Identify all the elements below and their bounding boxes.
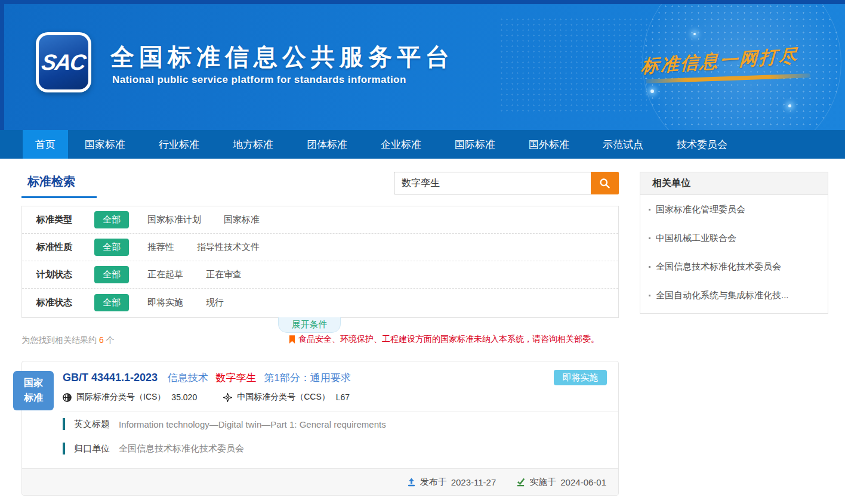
nav-item-local-standards[interactable]: 地方标准 <box>216 130 290 159</box>
implemented-date: 2024-06-01 <box>560 477 606 487</box>
sidebar-item-label: 国家标准化管理委员会 <box>656 204 745 215</box>
teal-bar <box>63 443 65 454</box>
search-button[interactable] <box>591 172 619 194</box>
bookmark-icon <box>289 335 295 344</box>
banner-left-edge <box>0 0 4 130</box>
nav-item-enterprise-standards[interactable]: 企业标准 <box>364 130 438 159</box>
search-icon <box>599 177 611 190</box>
expand-conditions-button[interactable]: 展开条件 <box>278 317 341 333</box>
filter-row-plan-status: 计划状态 全部 正在起草 正在审查 <box>22 261 618 289</box>
filter-row-standard-status: 标准状态 全部 即将实施 现行 <box>22 289 618 316</box>
card-footer: 发布于 2023-11-27 实施于 2024-06-01 <box>22 468 618 495</box>
nav-item-national-standards[interactable]: 国家标准 <box>68 130 142 159</box>
bullet-dot <box>649 209 650 211</box>
related-units-panel: 相关单位 国家标准化管理委员会 中国机械工业联合会 全国信息技术标准化技术委员会… <box>640 172 828 314</box>
page-title-standard-search: 标准检索 <box>27 174 75 190</box>
filter-option[interactable]: 指导性技术文件 <box>197 242 260 253</box>
filter-option[interactable]: 推荐性 <box>147 242 174 253</box>
system-notice: 食品安全、环境保护、工程建设方面的国家标准未纳入本系统，请咨询相关部委。 <box>289 334 599 345</box>
nav-item-foreign-standards[interactable]: 国外标准 <box>512 130 586 159</box>
filter-option[interactable]: 正在审查 <box>206 269 242 280</box>
filter-all-button[interactable]: 全部 <box>94 211 129 228</box>
notice-text: 食品安全、环境保护、工程建设方面的国家标准未纳入本系统，请咨询相关部委。 <box>298 334 599 345</box>
badge-line2: 标准 <box>24 391 43 406</box>
check-icon <box>516 478 525 487</box>
filter-option[interactable]: 国家标准计划 <box>147 214 201 225</box>
english-title-row: 英文标题 Information technology—Digital twin… <box>63 418 386 430</box>
standard-title-part1: 信息技术 <box>168 372 208 384</box>
filter-all-button[interactable]: 全部 <box>94 239 129 256</box>
filter-panel: 标准类型 全部 国家标准计划 国家标准 标准性质 全部 推荐性 指导性技术文件 … <box>21 206 619 318</box>
sidebar-item-automation-systems-committee[interactable]: 全国自动化系统与集成标准化技... <box>640 281 828 310</box>
committee-value: 全国信息技术标准化技术委员会 <box>119 443 244 454</box>
section-title-underline <box>21 196 97 198</box>
sidebar-item-label: 中国机械工业联合会 <box>656 233 736 244</box>
glow-dot <box>788 104 791 107</box>
filter-label: 标准状态 <box>36 297 94 308</box>
glow-dot <box>650 89 654 93</box>
platform-subtitle-en: National public service platform for sta… <box>112 74 406 86</box>
national-standard-badge: 国家 标准 <box>13 371 54 410</box>
ccs-value: L67 <box>336 392 350 402</box>
nav-item-industry-standards[interactable]: 行业标准 <box>142 130 216 159</box>
result-count-number: 6 <box>99 335 104 345</box>
ics-value: 35.020 <box>171 392 197 402</box>
ics-label: 国际标准分类号（ICS） <box>76 392 165 403</box>
ccs-label: 中国标准分类号（CCS） <box>237 392 330 403</box>
standard-title-highlight: 数字孪生 <box>216 372 257 384</box>
header-banner: SAC 全国标准信息公共服务平台 National public service… <box>0 0 845 130</box>
glow-dot <box>693 33 696 35</box>
nav-item-international-standards[interactable]: 国际标准 <box>438 130 512 159</box>
filter-option[interactable]: 现行 <box>206 297 224 308</box>
published-date-item: 发布于 2023-11-27 <box>407 477 496 488</box>
main-nav: 首页 国家标准 行业标准 地方标准 团体标准 企业标准 国际标准 国外标准 示范… <box>0 130 845 159</box>
card-divider <box>61 412 618 412</box>
banner-top-edge <box>0 0 845 4</box>
badge-line1: 国家 <box>24 376 43 391</box>
nav-item-pilot-demo[interactable]: 示范试点 <box>586 130 660 159</box>
standard-title-link[interactable]: GB/T 43441.1-2023 信息技术 数字孪生 第1部分：通用要求 <box>63 371 351 385</box>
status-badge: 即将实施 <box>554 370 607 385</box>
globe-icon <box>63 393 72 402</box>
result-count-suffix: 个 <box>106 335 115 345</box>
search-input[interactable] <box>394 172 591 194</box>
filter-row-standard-type: 标准类型 全部 国家标准计划 国家标准 <box>22 206 618 234</box>
filter-label: 计划状态 <box>36 269 94 280</box>
sac-logo-text: SAC <box>40 50 87 75</box>
bullet-dot <box>649 237 650 239</box>
sidebar-item-it-standardization-committee[interactable]: 全国信息技术标准化技术委员会 <box>640 252 828 281</box>
platform-title: 全国标准信息公共服务平台 <box>110 41 454 73</box>
classification-row: 国际标准分类号（ICS） 35.020 中国标准分类号（CCS） L67 <box>63 392 350 403</box>
publish-icon <box>407 478 416 487</box>
filter-label: 标准性质 <box>36 242 94 253</box>
bullet-dot <box>649 295 650 296</box>
committee-label: 归口单位 <box>74 443 110 454</box>
bullet-dot <box>649 266 650 268</box>
standard-code: GB/T 43441.1-2023 <box>63 372 158 384</box>
related-units-title: 相关单位 <box>640 172 828 195</box>
sidebar-item-label: 全国信息技术标准化技术委员会 <box>656 261 781 273</box>
sac-logo[interactable]: SAC <box>36 32 91 92</box>
filter-all-button[interactable]: 全部 <box>94 266 129 283</box>
filter-all-button[interactable]: 全部 <box>94 294 129 311</box>
nav-item-home[interactable]: 首页 <box>23 130 68 159</box>
english-title-label: 英文标题 <box>74 419 110 430</box>
committee-row: 归口单位 全国信息技术标准化技术委员会 <box>63 443 244 454</box>
compass-icon <box>223 393 232 402</box>
published-label: 发布于 <box>420 477 447 488</box>
english-title-value: Information technology—Digital twin—Part… <box>119 419 386 429</box>
published-date: 2023-11-27 <box>451 477 496 487</box>
filter-label: 标准类型 <box>36 214 94 225</box>
sac-logo-inner: SAC <box>39 35 88 89</box>
filter-option[interactable]: 即将实施 <box>147 297 183 308</box>
sidebar-item-machinery-federation[interactable]: 中国机械工业联合会 <box>640 224 828 252</box>
nav-item-technical-committee[interactable]: 技术委员会 <box>660 130 744 159</box>
filter-option[interactable]: 正在起草 <box>147 269 183 280</box>
filter-option[interactable]: 国家标准 <box>224 214 260 225</box>
filter-row-standard-nature: 标准性质 全部 推荐性 指导性技术文件 <box>22 234 618 261</box>
teal-bar <box>63 418 65 430</box>
nav-item-group-standards[interactable]: 团体标准 <box>290 130 364 159</box>
implemented-label: 实施于 <box>529 477 556 488</box>
sidebar-item-sac[interactable]: 国家标准化管理委员会 <box>640 195 828 224</box>
implemented-date-item: 实施于 2024-06-01 <box>516 477 606 488</box>
